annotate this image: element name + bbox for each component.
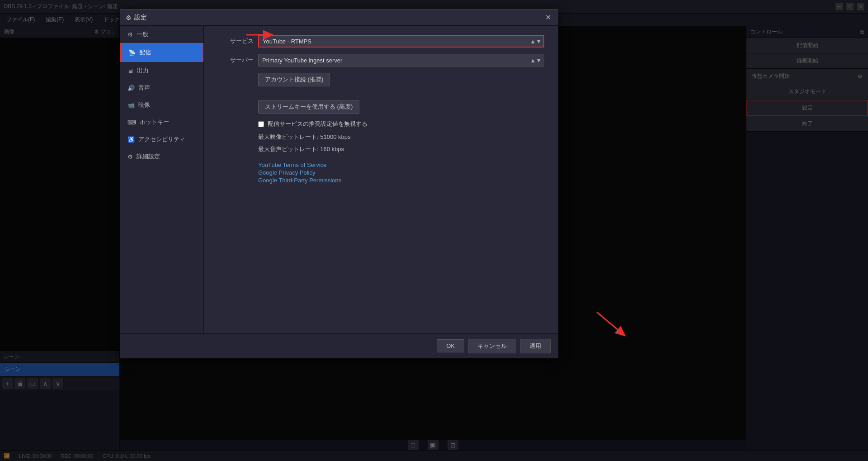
apply-button[interactable]: 適用 <box>520 339 551 353</box>
accessibility-icon: ♿ <box>127 136 135 143</box>
settings-sidebar: ⚙ 一般 📡 配信 🖥 出力 🔊 音声 📹 映像 <box>120 26 204 333</box>
settings-nav-output[interactable]: 🖥 出力 <box>120 62 203 79</box>
connect-account-button[interactable]: アカウント接続 (推奨) <box>258 73 330 86</box>
connect-account-row: アカウント接続 (推奨) <box>217 73 544 86</box>
settings-nav-stream[interactable]: 📡 配信 <box>120 43 203 62</box>
settings-close-button[interactable]: ✕ <box>543 13 552 22</box>
service-label: サービス <box>217 37 254 45</box>
settings-nav-video[interactable]: 📹 映像 <box>120 96 203 114</box>
server-select-wrapper: Primary YouTube ingest server ▲▼ <box>258 54 544 67</box>
settings-nav-accessibility[interactable]: ♿ アクセシビリティ <box>120 131 203 148</box>
server-select[interactable]: Primary YouTube ingest server <box>258 54 544 67</box>
output-icon: 🖥 <box>127 67 133 74</box>
service-select[interactable]: YouTube - RTMPS <box>258 35 544 48</box>
settings-nav-general[interactable]: ⚙ 一般 <box>120 26 203 43</box>
settings-overlay: ⚙ 設定 ✕ ⚙ 一般 📡 配信 🖥 出力 <box>0 0 868 461</box>
settings-content: サービス YouTube - RTMPS ▲▼ サーバー Primary You… <box>204 26 558 333</box>
video-icon: 📹 <box>127 102 135 109</box>
service-select-wrapper: YouTube - RTMPS ▲▼ <box>258 35 544 48</box>
ignore-settings-row: 配信サービスの推奨設定値を無視する <box>258 120 544 128</box>
cancel-button[interactable]: キャンセル <box>468 339 516 353</box>
spacer2 <box>217 157 544 162</box>
stream-key-row: ストリームキーを使用する (高度) <box>217 100 544 114</box>
settings-dialog: ⚙ 設定 ✕ ⚙ 一般 📡 配信 🖥 出力 <box>120 9 558 358</box>
tos-link[interactable]: YouTube Terms of Service <box>258 162 544 168</box>
hotkeys-icon: ⌨ <box>127 119 136 126</box>
service-row: サービス YouTube - RTMPS ▲▼ <box>217 35 544 48</box>
audio-icon: 🔊 <box>127 85 135 91</box>
settings-nav-advanced[interactable]: ⚙ 詳細設定 <box>120 148 203 165</box>
ignore-settings-checkbox[interactable] <box>258 121 264 127</box>
ignore-settings-label: 配信サービスの推奨設定値を無視する <box>268 120 368 128</box>
general-icon: ⚙ <box>127 31 133 38</box>
ok-button[interactable]: OK <box>437 339 464 352</box>
max-audio-bitrate-text: 最大音声ビットレート: 160 kbps <box>258 145 544 154</box>
advanced-icon: ⚙ <box>127 153 133 160</box>
settings-nav-hotkeys[interactable]: ⌨ ホットキー <box>120 114 203 131</box>
stream-key-button[interactable]: ストリームキーを使用する (高度) <box>258 100 359 114</box>
settings-titlebar: ⚙ 設定 ✕ <box>120 10 558 26</box>
spacer1 <box>217 93 544 100</box>
thirdparty-link[interactable]: Google Third-Party Permissions <box>258 177 544 184</box>
settings-nav-audio[interactable]: 🔊 音声 <box>120 79 203 96</box>
settings-gear-icon: ⚙ <box>126 14 132 21</box>
settings-body: ⚙ 一般 📡 配信 🖥 出力 🔊 音声 📹 映像 <box>120 26 558 333</box>
settings-title-area: ⚙ 設定 <box>126 14 147 22</box>
server-label: サーバー <box>217 56 254 64</box>
stream-icon: 📡 <box>128 49 136 56</box>
server-row: サーバー Primary YouTube ingest server ▲▼ <box>217 54 544 67</box>
privacy-link[interactable]: Google Privacy Policy <box>258 169 544 176</box>
settings-footer: OK キャンセル 適用 <box>120 333 558 358</box>
max-video-bitrate-text: 最大映像ビットレート: 51000 kbps <box>258 133 544 142</box>
settings-title-text: 設定 <box>134 14 147 22</box>
